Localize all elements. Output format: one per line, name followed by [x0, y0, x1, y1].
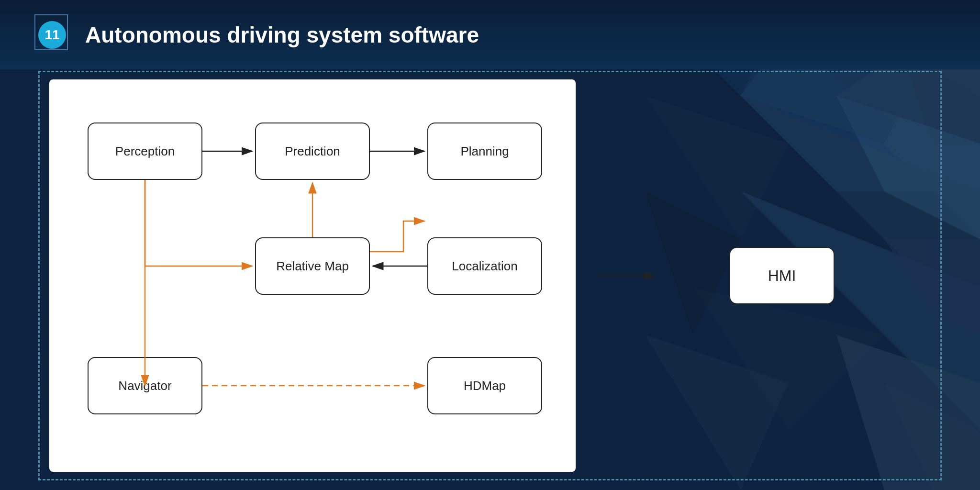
node-prediction: Prediction: [255, 122, 370, 180]
node-localization: Localization: [427, 237, 542, 295]
node-relativemap: Relative Map: [255, 237, 370, 295]
node-hmi: HMI: [729, 247, 835, 304]
node-navigator: Navigator: [88, 357, 202, 414]
hmi-arrow: [597, 242, 693, 309]
diagram-box: Perception Prediction Planning Relative …: [49, 79, 576, 472]
node-hdmap: HDMap: [427, 357, 542, 414]
hmi-area: HMI: [595, 247, 931, 304]
main-content: Perception Prediction Planning Relative …: [38, 71, 942, 480]
slide-number-bracket: [34, 14, 68, 50]
slide-title: Autonomous driving system software: [85, 22, 479, 48]
header: 11 Autonomous driving system software: [0, 0, 980, 69]
node-perception: Perception: [88, 122, 202, 180]
node-planning: Planning: [427, 122, 542, 180]
